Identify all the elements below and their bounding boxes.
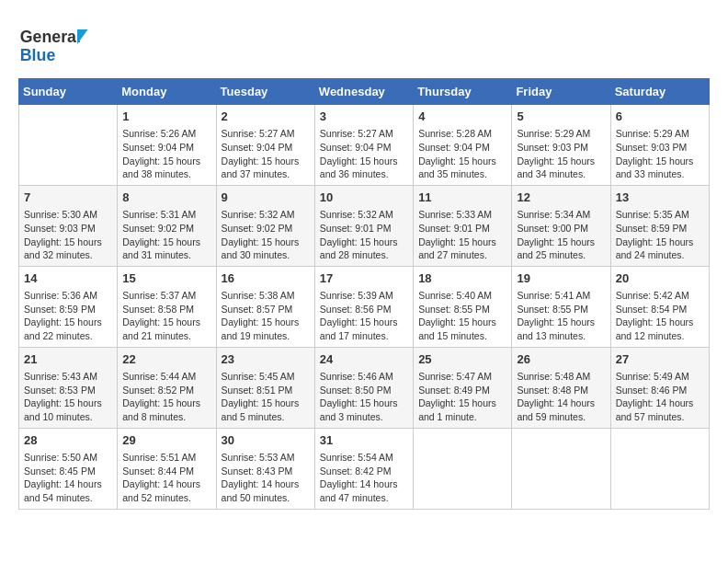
day-info-line: Sunset: 8:56 PM xyxy=(320,303,408,316)
calendar-cell: 11Sunrise: 5:33 AMSunset: 9:01 PMDayligh… xyxy=(414,185,512,266)
day-info-line: and 3 minutes. xyxy=(320,410,408,424)
day-info-line: Sunrise: 5:45 AM xyxy=(222,370,310,384)
day-info-line: Daylight: 15 hours xyxy=(616,236,704,249)
day-info-line: and 32 minutes. xyxy=(24,248,112,262)
week-row-2: 7Sunrise: 5:30 AMSunset: 9:03 PMDaylight… xyxy=(19,185,710,266)
day-number: 28 xyxy=(24,432,112,449)
calendar-cell: 20Sunrise: 5:42 AMSunset: 8:54 PMDayligh… xyxy=(610,266,709,347)
weekday-wednesday: Wednesday xyxy=(314,79,413,105)
day-info-line: and 22 minutes. xyxy=(24,329,112,343)
day-info-line: and 15 minutes. xyxy=(418,329,506,343)
week-row-4: 21Sunrise: 5:43 AMSunset: 8:53 PMDayligh… xyxy=(19,347,710,428)
day-info-line: Sunrise: 5:43 AM xyxy=(24,370,112,384)
day-info-line: and 12 minutes. xyxy=(616,329,704,343)
calendar-cell: 21Sunrise: 5:43 AMSunset: 8:53 PMDayligh… xyxy=(19,347,118,428)
day-info-line: Sunset: 8:58 PM xyxy=(122,303,210,316)
day-info-line: Daylight: 14 hours xyxy=(616,396,704,410)
calendar-cell: 24Sunrise: 5:46 AMSunset: 8:50 PMDayligh… xyxy=(314,347,413,428)
day-info-line: Sunset: 8:45 PM xyxy=(24,465,112,478)
day-info-line: Daylight: 15 hours xyxy=(24,396,112,410)
day-info-line: and 30 minutes. xyxy=(222,248,310,262)
day-info-line: and 27 minutes. xyxy=(418,248,506,262)
day-number: 6 xyxy=(616,109,704,125)
calendar-cell: 17Sunrise: 5:39 AMSunset: 8:56 PMDayligh… xyxy=(314,266,413,347)
day-number: 1 xyxy=(122,109,210,125)
day-info-line: Sunset: 9:04 PM xyxy=(122,141,210,155)
calendar-cell: 22Sunrise: 5:44 AMSunset: 8:52 PMDayligh… xyxy=(118,347,216,428)
day-info-line: and 17 minutes. xyxy=(320,329,408,343)
logo: General Blue xyxy=(18,18,92,69)
day-info-line: Sunrise: 5:39 AM xyxy=(320,289,408,303)
day-info-line: Sunrise: 5:53 AM xyxy=(222,451,310,465)
day-info-line: Daylight: 14 hours xyxy=(222,477,310,491)
day-info-line: Sunrise: 5:49 AM xyxy=(616,370,704,384)
day-number: 22 xyxy=(122,351,210,368)
day-info-line: Sunset: 8:55 PM xyxy=(517,303,605,316)
day-number: 13 xyxy=(616,190,704,206)
day-info-line: Sunset: 9:01 PM xyxy=(418,222,506,236)
day-info-line: Sunset: 9:00 PM xyxy=(517,222,605,236)
day-number: 5 xyxy=(517,109,605,125)
calendar-cell: 6Sunrise: 5:29 AMSunset: 9:03 PMDaylight… xyxy=(610,105,709,186)
week-row-1: 1Sunrise: 5:26 AMSunset: 9:04 PMDaylight… xyxy=(19,105,710,186)
day-info-line: Sunset: 9:04 PM xyxy=(320,141,408,155)
day-info-line: Daylight: 14 hours xyxy=(517,396,605,410)
day-info-line: Sunrise: 5:27 AM xyxy=(222,127,310,141)
day-number: 16 xyxy=(222,270,310,287)
day-info-line: Daylight: 15 hours xyxy=(517,236,605,249)
day-number: 24 xyxy=(320,351,408,368)
week-row-3: 14Sunrise: 5:36 AMSunset: 8:59 PMDayligh… xyxy=(19,266,710,347)
day-info-line: Sunset: 8:49 PM xyxy=(418,384,506,397)
weekday-monday: Monday xyxy=(118,79,216,105)
day-info-line: Daylight: 15 hours xyxy=(122,396,210,410)
day-info-line: Daylight: 15 hours xyxy=(122,316,210,329)
day-number: 12 xyxy=(517,190,605,206)
day-info-line: and 36 minutes. xyxy=(320,167,408,181)
day-info-line: Sunrise: 5:51 AM xyxy=(122,451,210,465)
day-info-line: Sunrise: 5:35 AM xyxy=(616,208,704,222)
calendar-cell: 18Sunrise: 5:40 AMSunset: 8:55 PMDayligh… xyxy=(414,266,512,347)
day-number: 15 xyxy=(122,270,210,287)
calendar-cell: 7Sunrise: 5:30 AMSunset: 9:03 PMDaylight… xyxy=(19,185,118,266)
day-info-line: Sunrise: 5:31 AM xyxy=(122,208,210,222)
calendar-cell: 26Sunrise: 5:48 AMSunset: 8:48 PMDayligh… xyxy=(512,347,610,428)
calendar-cell xyxy=(512,428,610,509)
day-info-line: Daylight: 15 hours xyxy=(222,396,310,410)
day-info-line: Daylight: 14 hours xyxy=(320,477,408,491)
day-info-line: Sunset: 8:59 PM xyxy=(24,303,112,316)
svg-text:General: General xyxy=(20,28,81,46)
day-info-line: Daylight: 15 hours xyxy=(418,396,506,410)
day-info-line: Sunset: 8:51 PM xyxy=(222,384,310,397)
calendar-cell: 4Sunrise: 5:28 AMSunset: 9:04 PMDaylight… xyxy=(414,105,512,186)
day-info-line: Daylight: 15 hours xyxy=(122,155,210,168)
day-info-line: Daylight: 15 hours xyxy=(320,316,408,329)
day-info-line: and 52 minutes. xyxy=(122,491,210,505)
calendar-cell: 28Sunrise: 5:50 AMSunset: 8:45 PMDayligh… xyxy=(19,428,118,509)
day-info-line: and 10 minutes. xyxy=(24,410,112,424)
day-number: 14 xyxy=(24,270,112,287)
day-info-line: Sunset: 9:01 PM xyxy=(320,222,408,236)
day-info-line: Daylight: 15 hours xyxy=(122,236,210,249)
calendar-cell: 16Sunrise: 5:38 AMSunset: 8:57 PMDayligh… xyxy=(216,266,314,347)
calendar-cell: 9Sunrise: 5:32 AMSunset: 9:02 PMDaylight… xyxy=(216,185,314,266)
day-info-line: Daylight: 15 hours xyxy=(517,316,605,329)
day-info-line: Daylight: 15 hours xyxy=(222,236,310,249)
day-number: 26 xyxy=(517,351,605,368)
day-info-line: Daylight: 15 hours xyxy=(616,155,704,168)
day-info-line: Sunrise: 5:36 AM xyxy=(24,289,112,303)
day-info-line: and 19 minutes. xyxy=(222,329,310,343)
weekday-header-row: SundayMondayTuesdayWednesdayThursdayFrid… xyxy=(19,79,710,105)
day-info-line: Sunrise: 5:37 AM xyxy=(122,289,210,303)
day-info-line: Sunset: 8:54 PM xyxy=(616,303,704,316)
day-info-line: Sunset: 8:57 PM xyxy=(222,303,310,316)
day-number: 19 xyxy=(517,270,605,287)
weekday-thursday: Thursday xyxy=(414,79,512,105)
day-info-line: Daylight: 15 hours xyxy=(222,316,310,329)
calendar-cell: 23Sunrise: 5:45 AMSunset: 8:51 PMDayligh… xyxy=(216,347,314,428)
day-info-line: Daylight: 15 hours xyxy=(616,316,704,329)
day-info-line: and 31 minutes. xyxy=(122,248,210,262)
day-number: 8 xyxy=(122,190,210,206)
weekday-sunday: Sunday xyxy=(19,79,118,105)
calendar-cell: 30Sunrise: 5:53 AMSunset: 8:43 PMDayligh… xyxy=(216,428,314,509)
calendar-cell: 19Sunrise: 5:41 AMSunset: 8:55 PMDayligh… xyxy=(512,266,610,347)
